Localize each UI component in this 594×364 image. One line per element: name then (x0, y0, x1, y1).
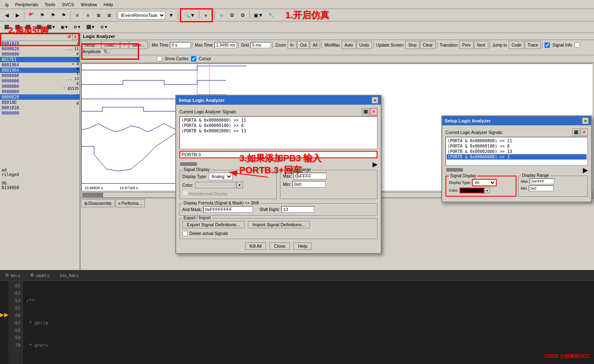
tb2-btn2[interactable]: ⬛ (12, 22, 22, 32)
display-type-select[interactable]: Analog (209, 173, 233, 180)
signal-input[interactable] (179, 151, 377, 158)
connect-btn[interactable]: ○ (217, 10, 226, 20)
kill-all-btn[interactable]: Kill All (245, 242, 266, 250)
window-btn[interactable]: ▣▼ (252, 10, 265, 20)
bookmark3-btn[interactable]: ⚑ (48, 10, 58, 20)
color-preview[interactable] (195, 182, 236, 188)
jump-trace-btn[interactable]: Trace (525, 41, 541, 49)
connect3-btn[interactable]: ⚙ (238, 10, 248, 20)
small-signals-listbox[interactable]: (PORTA & 0x00000800) >> 11 (PORTA & 0x00… (446, 137, 588, 166)
help-btn-la[interactable]: ? (120, 41, 129, 49)
tb2-btn4[interactable]: ⬛ (34, 22, 44, 32)
combo-dropdown[interactable]: ▼ (166, 10, 176, 20)
scroll-thumb[interactable] (82, 193, 103, 197)
tb2-btn3[interactable]: ⬛ (23, 22, 33, 32)
wrench-btn[interactable]: 🔧 (266, 10, 276, 20)
record-btn[interactable]: ● (201, 10, 211, 20)
small-scroll-right-btn[interactable]: ▶ (583, 166, 588, 174)
small-color-dropdown-btn[interactable]: ▼ (484, 188, 490, 193)
amplitude-check[interactable] (575, 42, 580, 48)
performance-tab[interactable]: ≡ Performa... (116, 199, 145, 207)
cursor-check[interactable] (191, 56, 196, 61)
bookmark2-btn[interactable]: ⚑ (37, 10, 47, 20)
panel-close-btn[interactable]: ✕ (72, 34, 78, 40)
small-signals-delete-btn[interactable]: ✕ (580, 129, 588, 136)
bookmark4-btn[interactable]: ⚑ (59, 10, 68, 20)
small-display-type-select[interactable]: Bit (472, 179, 497, 186)
signals-delete-btn[interactable]: ✕ (370, 108, 377, 115)
tb2-btn5[interactable]: ⬛▼ (45, 22, 58, 32)
forward-btn[interactable]: ▶ (12, 10, 22, 20)
close-btn[interactable]: Close (269, 242, 290, 250)
signals-copy-btn[interactable]: ⬛ (362, 108, 369, 115)
zoom-out-btn[interactable]: Out (297, 41, 309, 49)
delete-signals-check[interactable] (182, 231, 188, 236)
align4-btn[interactable]: ≣ (104, 10, 114, 20)
menu-help[interactable]: Help (100, 1, 116, 8)
small-signal-item-3[interactable]: (PORTB & 0x00002000) >> 13 (447, 149, 587, 154)
dialog-close-main[interactable]: ✕ (372, 97, 378, 103)
dialog-scrollbar[interactable]: ▶ (179, 162, 377, 167)
code-tab-tim[interactable]: ⚙ tim.c (0, 271, 25, 279)
small-dialog-scroll-thumb[interactable] (446, 168, 463, 171)
max-input[interactable] (294, 173, 327, 179)
small-signals-copy-btn[interactable]: ⬛ (572, 129, 580, 136)
setup-dialog-main[interactable]: Setup Logic Analyzer ✕ Current Logic Ana… (175, 95, 382, 254)
small-dialog-scrollbar[interactable]: ▶ (446, 167, 588, 172)
dialog-help-btn[interactable]: Help (293, 242, 312, 250)
small-max-input[interactable] (530, 178, 554, 184)
menu-ig[interactable]: ig (2, 1, 12, 8)
signal-info-check[interactable] (544, 42, 550, 48)
zoom-all-btn[interactable]: All (310, 41, 320, 49)
small-color-preview[interactable] (460, 188, 484, 193)
zoom-in-btn[interactable]: In (288, 41, 297, 49)
setup-btn[interactable]: Setup... (81, 41, 101, 49)
transition-next-btn[interactable]: Next (474, 41, 488, 49)
update-stop-btn[interactable]: Stop (405, 41, 420, 49)
align2-btn[interactable]: ≡ (83, 10, 93, 20)
tb2-btn7[interactable]: ⚙▼ (71, 22, 83, 32)
disassembly-tab[interactable]: ⊞ Disassembly (81, 199, 115, 207)
bookmark-btn[interactable]: 🚩 (26, 10, 36, 20)
tb2-btn6[interactable]: ▣▼ (59, 22, 71, 32)
menu-window[interactable]: Window (78, 1, 100, 8)
small-signal-item-4[interactable]: (PORTB & 0x00000008) >> 3 (447, 154, 587, 160)
and-mask-input[interactable] (203, 206, 253, 213)
align3-btn[interactable]: ≣ (94, 10, 104, 20)
dialog-close-small[interactable]: ✕ (582, 117, 589, 124)
min-input[interactable] (292, 181, 325, 188)
signal-item-2[interactable]: (PORTA & 0x00000100) >> 8 (181, 123, 376, 128)
signals-listbox[interactable]: (PORTA & 0x00000800) >> 11 (PORTA & 0x00… (179, 116, 377, 149)
code-tab-hal[interactable]: 1xx_hal.c (54, 271, 83, 279)
tb2-btn8[interactable]: ⬛▼ (84, 22, 97, 32)
dialog-scroll-thumb[interactable] (180, 162, 197, 166)
menu-peripherals[interactable]: Peripherals (12, 1, 42, 8)
signal-item-3[interactable]: (PORTB & 0x00002000) >> 13 (181, 128, 376, 134)
align-btn[interactable]: ≡ (72, 10, 82, 20)
jump-code-btn[interactable]: Code (509, 41, 524, 49)
tb2-btn9[interactable]: ⚙▼ (98, 22, 110, 32)
small-signal-item-1[interactable]: (PORTA & 0x00000800) >> 11 (447, 138, 587, 143)
signal-row-14[interactable]: 0000000 (0, 110, 80, 116)
small-signal-item-2[interactable]: (PORTA & 0x00000100) >> 8 (447, 143, 587, 149)
task-combo[interactable]: tEventRemovTask (118, 11, 165, 19)
color-dropdown-btn[interactable]: ▼ (236, 182, 243, 188)
debug-search-btn[interactable]: 🔍▼ (182, 10, 197, 20)
tb2-btn1[interactable]: ⬛ (2, 22, 12, 32)
menu-tools[interactable]: Tools (41, 1, 59, 8)
show-cycles-check[interactable] (157, 56, 162, 61)
setup-dialog-small[interactable]: Setup Logic Analyzer ✕ Current Logic Ana… (441, 115, 592, 202)
import-btn[interactable]: Import Signal Definitions... (248, 221, 310, 228)
connect2-btn[interactable]: ⚙ (227, 10, 237, 20)
save-btn[interactable]: Save... (129, 41, 148, 49)
signal-row-13[interactable]: 8001828 (0, 105, 80, 110)
transition-prev-btn[interactable]: Prev (459, 41, 474, 49)
signal-item-1[interactable]: (PORTA & 0x00000800) >> 11 (181, 117, 376, 123)
update-clear-btn[interactable]: Clear (420, 41, 436, 49)
load-btn[interactable]: Load... (101, 41, 120, 49)
pin-icon[interactable]: 📌 (66, 35, 71, 39)
export-btn[interactable]: Export Signal Definitions... (182, 221, 245, 228)
code-tab-usart[interactable]: ⚙ usart.c (25, 271, 54, 279)
menu-svcs[interactable]: SVCS (59, 1, 78, 8)
small-min-input[interactable] (529, 186, 554, 191)
